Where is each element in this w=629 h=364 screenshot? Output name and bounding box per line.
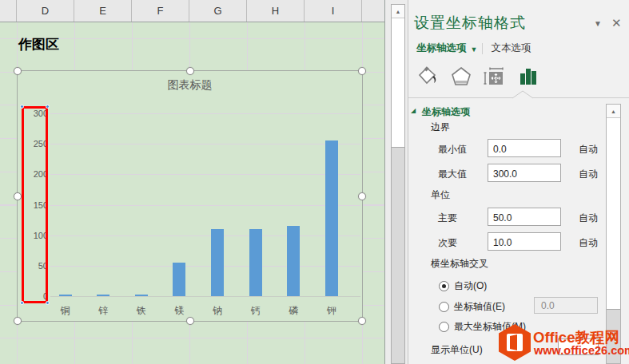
radio-button-icon[interactable] xyxy=(439,302,449,312)
chart-handle-w[interactable] xyxy=(14,192,22,200)
x-category-label[interactable]: 锌 xyxy=(87,304,119,318)
minor-unit-input[interactable] xyxy=(488,232,561,251)
close-icon[interactable]: ✕ xyxy=(611,16,622,30)
excel-window: D E F G H I 作图区 图表标题 050100 xyxy=(0,0,629,364)
column-header-partial[interactable] xyxy=(362,0,384,22)
x-category-label[interactable]: 铁 xyxy=(125,304,157,318)
minor-unit-label: 次要 xyxy=(438,236,457,250)
tab-axis-options-chevron-icon[interactable]: ▼ xyxy=(471,46,478,53)
chart-handle-sw[interactable] xyxy=(14,317,22,325)
chart-gridline xyxy=(50,296,360,297)
radio-automatic-label: 自动(O) xyxy=(454,279,487,293)
radio-automatic[interactable]: 自动(O) xyxy=(439,279,487,293)
pane-icon-row xyxy=(416,64,539,89)
chart-title[interactable]: 图表标题 xyxy=(18,78,362,93)
major-unit-input[interactable] xyxy=(488,208,561,226)
chart-gridline xyxy=(50,205,360,206)
radio-axis-value-label: 坐标轴值(E) xyxy=(454,300,505,314)
chart-handle-s[interactable] xyxy=(186,317,194,325)
scrollbar-thumb[interactable] xyxy=(392,18,404,148)
column-header-D[interactable]: D xyxy=(17,0,74,22)
office-logo-icon xyxy=(499,324,531,361)
column-header-E[interactable]: E xyxy=(74,0,132,22)
chart-handle-nw[interactable] xyxy=(14,67,22,75)
minor-unit-auto-button[interactable]: 自动 xyxy=(579,236,598,250)
radio-axis-value[interactable]: 坐标轴值(E) xyxy=(439,300,505,314)
x-category-label[interactable]: 钠 xyxy=(201,304,233,318)
tab-axis-options[interactable]: 坐标轴选项 xyxy=(416,42,467,55)
tab-separator xyxy=(482,43,483,54)
size-properties-icon[interactable] xyxy=(484,65,506,89)
format-axis-pane: 设置坐标轴格式 ▼ ✕ 坐标轴选项 ▼ 文本选项 xyxy=(408,0,629,364)
minimum-input[interactable] xyxy=(488,139,561,157)
axis-selection-dot xyxy=(20,301,24,305)
radio-button-icon[interactable] xyxy=(439,281,449,291)
pane-scrollbar-thumb[interactable] xyxy=(607,118,620,310)
chart-handle-n[interactable] xyxy=(186,67,194,75)
tab-text-options[interactable]: 文本选项 xyxy=(491,42,531,55)
maximum-auto-button[interactable]: 自动 xyxy=(579,168,598,181)
x-category-label[interactable]: 钾 xyxy=(316,304,348,318)
chart-handle-ne[interactable] xyxy=(358,67,366,75)
radio-button-icon[interactable] xyxy=(439,322,449,332)
chart-gridline xyxy=(50,235,360,236)
maximum-input[interactable] xyxy=(488,164,561,182)
worksheet-vertical-scrollbar[interactable]: ▲ xyxy=(391,4,405,364)
axis-selection-dot xyxy=(20,105,24,109)
chart-gridline xyxy=(50,113,360,114)
chart-gridline xyxy=(50,144,360,144)
axis-value-input-disabled: 0.0 xyxy=(534,297,598,314)
chart-handle-se[interactable] xyxy=(358,317,366,325)
bar-磷[interactable] xyxy=(287,226,300,296)
maximum-label: 最大值 xyxy=(438,168,467,181)
bar-铁[interactable] xyxy=(135,295,148,296)
bar-钠[interactable] xyxy=(211,229,224,296)
bar-镁[interactable] xyxy=(173,263,185,296)
bar-铜[interactable] xyxy=(59,295,72,296)
plot-area-tooltip: 作图区 xyxy=(18,35,59,53)
display-units-label: 显示单位(U) xyxy=(431,343,483,357)
minimum-label: 最小值 xyxy=(438,143,467,156)
column-header-row: D E F G H I xyxy=(0,0,384,22)
axis-crosses-group-label: 横坐标轴交叉 xyxy=(431,257,488,271)
chart[interactable]: 图表标题 050100150200250300铜锌铁镁钠钙磷钾 xyxy=(17,70,363,322)
major-unit-label: 主要 xyxy=(438,212,457,225)
selected-tab-caret xyxy=(512,90,533,99)
section-axis-options[interactable]: 坐标轴选项 xyxy=(422,105,470,119)
fill-line-icon[interactable] xyxy=(416,65,439,89)
axis-selection-dot xyxy=(46,301,50,305)
value-axis-highlight-box xyxy=(22,106,48,303)
worksheet[interactable]: D E F G H I 作图区 图表标题 050100 xyxy=(0,0,384,364)
major-unit-auto-button[interactable]: 自动 xyxy=(579,212,598,225)
collapse-triangle-icon[interactable]: ◢ xyxy=(411,107,416,114)
chart-gridline xyxy=(50,174,360,175)
pane-menu-chevron-icon[interactable]: ▼ xyxy=(594,19,602,28)
watermark: Office教程网 www.office26.com xyxy=(499,322,629,364)
axis-options-icon[interactable] xyxy=(517,65,539,89)
chart-gridline xyxy=(50,266,360,267)
x-category-label[interactable]: 铜 xyxy=(50,304,82,318)
column-header-H[interactable]: H xyxy=(247,0,305,22)
column-header-G[interactable]: G xyxy=(189,0,247,22)
x-category-label[interactable]: 镁 xyxy=(163,304,195,318)
bar-锌[interactable] xyxy=(97,295,109,296)
column-header-stub[interactable] xyxy=(0,0,17,22)
chart-handle-e[interactable] xyxy=(358,192,366,200)
column-header-I[interactable]: I xyxy=(305,0,362,22)
column-header-F[interactable]: F xyxy=(132,0,189,22)
scroll-up-button[interactable]: ▲ xyxy=(392,5,404,18)
bar-钙[interactable] xyxy=(249,229,262,296)
units-group-label: 单位 xyxy=(431,188,450,202)
minimum-auto-button[interactable]: 自动 xyxy=(579,143,598,156)
pane-scroll-up-button[interactable]: ▲ xyxy=(607,105,620,118)
axis-selection-dot xyxy=(46,105,50,109)
pane-tabs: 坐标轴选项 ▼ 文本选项 xyxy=(416,42,531,55)
bounds-group-label: 边界 xyxy=(431,121,450,134)
watermark-url: www.office26.com xyxy=(534,344,629,357)
x-category-label[interactable]: 磷 xyxy=(277,304,309,318)
x-category-label[interactable]: 钙 xyxy=(240,304,272,318)
bar-钾[interactable] xyxy=(325,140,338,296)
effects-icon[interactable] xyxy=(450,65,472,89)
pane-title: 设置坐标轴格式 xyxy=(414,13,526,34)
